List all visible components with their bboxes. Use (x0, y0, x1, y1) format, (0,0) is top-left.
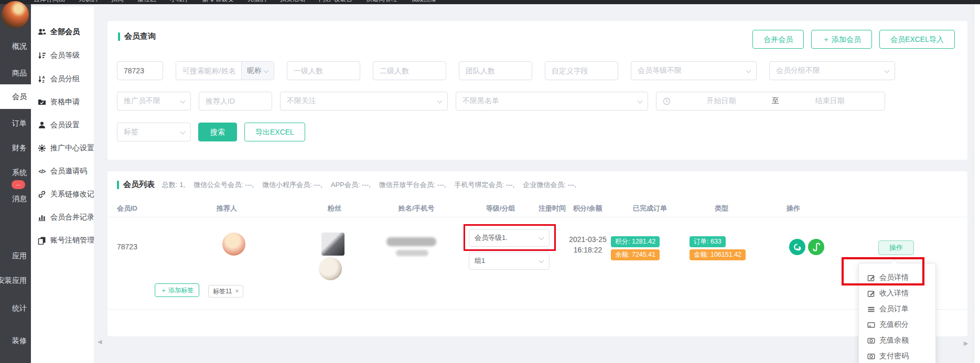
menu-item-recharge-points[interactable]: 充值积分 (859, 317, 935, 333)
svg-text:A: A (42, 75, 45, 79)
date-end-placeholder[interactable]: 结束日期 (781, 96, 878, 106)
custom-field-input[interactable] (545, 61, 618, 80)
title-accent-bar (117, 181, 119, 189)
stat-phone-bound: 手机号绑定会员: ---, (454, 180, 514, 190)
sidebar-item-overview[interactable]: 概况 (0, 41, 31, 51)
topnav-item[interactable]: 微社区 (137, 0, 156, 4)
sort-group-icon: AZ (38, 75, 46, 83)
topnav-item[interactable]: 门店-收银台 (319, 0, 352, 4)
row-action-button[interactable]: 操作 (878, 240, 914, 255)
stat-enterprise-wechat: 企业微信会员: ---, (523, 180, 576, 190)
level1-count-input[interactable] (287, 61, 360, 80)
menu-item-pay-password[interactable]: 支付密码 (859, 348, 935, 363)
member-level-select[interactable]: 会员等级不限 (631, 61, 757, 80)
sidebar-item-account-cancel[interactable]: 账号注销管理 (31, 235, 94, 246)
add-member-button[interactable]: ＋ 添加会员 (811, 30, 872, 49)
member-id-input[interactable] (117, 61, 163, 80)
gear-icon (38, 144, 46, 152)
topnav-item[interactable]: 拍卖活动 (280, 0, 305, 4)
sidebar-item-system[interactable]: 系统 (0, 167, 31, 178)
menu-item-member-orders[interactable]: 会员订单 (859, 301, 935, 317)
sidebar-item-member-levels[interactable]: 会员等级 (31, 50, 94, 61)
register-date: 2021-03-25 (556, 235, 619, 244)
money-icon (867, 337, 875, 345)
fans-avatar[interactable] (321, 233, 344, 256)
sidebar-item-label: 会员合并记录 (50, 213, 94, 222)
blacklist-select[interactable]: 不限黑名单 (456, 92, 648, 111)
member-group-select[interactable]: 会员分组不限 (769, 61, 895, 80)
topnav-item[interactable]: 云库存商品 (34, 0, 65, 4)
menu-item-income-detail[interactable]: 收入详情 (859, 285, 935, 301)
money-icon (867, 353, 875, 360)
search-button[interactable]: 搜索 (198, 123, 237, 141)
sort-level-icon (38, 51, 46, 60)
list-icon (867, 305, 875, 313)
topnav-item[interactable]: 先值的 (247, 0, 266, 4)
sidebar-item-decorate[interactable]: 装修 (0, 335, 31, 346)
sidebar-item-orders[interactable]: 订单 (0, 118, 31, 128)
menu-item-member-detail[interactable]: 会员详情 (859, 270, 935, 285)
member-excel-import-button[interactable]: 会员EXCEL导入 (879, 30, 955, 49)
sidebar-item-statistics[interactable]: 统计 (0, 303, 31, 313)
referrer-avatar[interactable] (222, 233, 245, 256)
register-date-range[interactable]: 开始日期 至 结束日期 (656, 92, 885, 111)
topnav-item[interactable]: 视频点播 (411, 0, 436, 4)
sidebar-item-install-apps[interactable]: 安装应用 (0, 275, 31, 285)
level2-count-input[interactable] (373, 61, 446, 80)
sidebar-item-label: 资格申请 (50, 97, 80, 107)
sidebar-item-apps[interactable]: 应用 (0, 250, 31, 261)
menu-item-recharge-balance[interactable]: 充值余额 (859, 333, 935, 348)
member-menu-sidebar: 全部会员 会员等级 AZ 会员分组 资格申请 会员设置 推广中心设置 </> 会… (31, 6, 94, 363)
sidebar-item-invite-code[interactable]: </> 会员邀请码 (31, 166, 94, 177)
col-referrer: 推荐人 (217, 204, 237, 213)
sidebar-item-member-settings[interactable]: 会员设置 (31, 119, 94, 131)
export-excel-button[interactable]: 导出EXCEL (244, 123, 305, 141)
scroll-left-arrow[interactable]: ◀ (98, 338, 102, 345)
promoter-select[interactable]: 推广员不限 (117, 92, 191, 111)
member-group-row-select[interactable]: 组1 (469, 252, 550, 270)
fans-avatar-2[interactable] (319, 257, 342, 280)
referrer-id-input[interactable] (199, 92, 272, 111)
topnav-item[interactable]: 先砍的 (79, 0, 98, 4)
sidebar-item-label: 会员邀请码 (50, 167, 87, 176)
orders-badge: 订单: 633 (690, 236, 726, 247)
sidebar-item-merge-log[interactable]: 会员合并记录 (31, 212, 94, 223)
query-title-text: 会员查询 (124, 31, 156, 41)
chevron-down-icon (180, 129, 186, 135)
team-count-input[interactable] (459, 61, 532, 80)
scroll-right-arrow[interactable]: ▶ (964, 340, 968, 347)
sidebar-item-member-groups[interactable]: AZ 会员分组 (31, 73, 94, 85)
member-level-row-select[interactable]: 会员等级1. (469, 229, 550, 247)
tag-select[interactable]: 标签 (117, 123, 191, 141)
sidebar-item-products[interactable]: 商品 (0, 68, 31, 78)
sidebar-item-promotion-settings[interactable]: 推广中心设置 (31, 142, 94, 154)
topnav-item[interactable]: 快递商管理 (366, 0, 397, 4)
sidebar-item-all-members[interactable]: 全部会员 (31, 26, 94, 38)
add-tag-button[interactable]: ＋ 添加标签 (155, 283, 199, 297)
register-time: 16:18:22 (556, 246, 619, 254)
follow-status-select[interactable]: 不限关注 (280, 92, 448, 111)
topnav-item[interactable]: 小程序 (170, 0, 189, 4)
sidebar-item-label: 会员设置 (50, 120, 80, 130)
topnav-item[interactable]: 拍商 (111, 0, 124, 4)
date-start-placeholder[interactable]: 开始日期 (673, 96, 770, 106)
sidebar-item-messages[interactable]: 消息 (0, 193, 31, 204)
merge-members-button[interactable]: 合并会员 (752, 30, 804, 49)
sidebar-item-finance[interactable]: 财务 (0, 142, 31, 153)
sidebar-item-relation-log[interactable]: 关系链修改记录 (31, 189, 94, 200)
tag-remove-icon[interactable]: × (235, 285, 239, 297)
menu-item-label: 充值余额 (879, 336, 909, 345)
register-time-cell: 2021-03-25 16:18:22 (556, 235, 619, 254)
chevron-down-icon (746, 68, 751, 73)
topnav-item[interactable]: 新零售裂变 (202, 0, 234, 4)
search-type-select[interactable]: 昵称 (241, 62, 274, 80)
menu-item-label: 收入详情 (879, 289, 909, 298)
query-actions: 合并会员 ＋ 添加会员 会员EXCEL导入 (752, 30, 955, 49)
member-query-card: 会员查询 合并会员 ＋ 添加会员 会员EXCEL导入 昵称 会员等级不限 (107, 21, 967, 160)
sidebar-item-members-active[interactable]: 会员 (0, 84, 31, 109)
col-level-group: 等级/分组 (486, 204, 515, 213)
sidebar-item-qualification[interactable]: 资格申请 (31, 96, 94, 108)
keyword-search-input[interactable] (176, 62, 241, 80)
vertical-scrollbar[interactable] (974, 4, 980, 363)
user-avatar[interactable] (2, 1, 29, 28)
